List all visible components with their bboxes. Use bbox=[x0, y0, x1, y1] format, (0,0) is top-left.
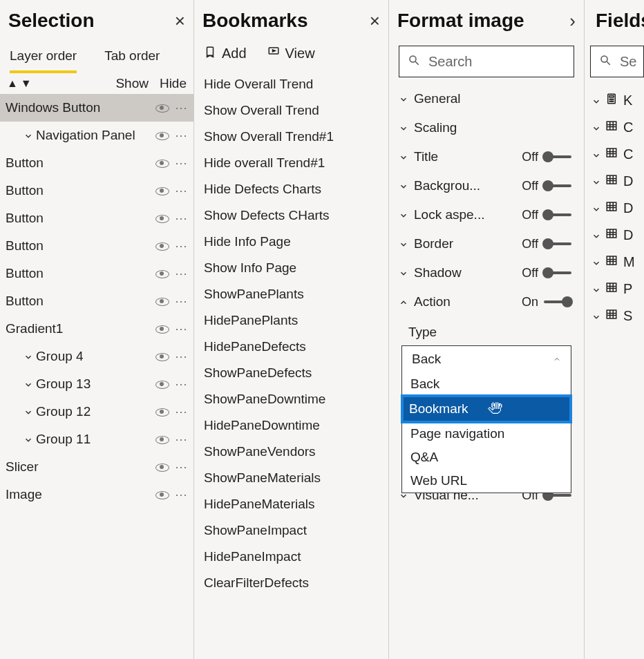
format-group[interactable]: General bbox=[389, 84, 584, 113]
visibility-icon[interactable] bbox=[155, 186, 168, 195]
view-bookmark-button[interactable]: View bbox=[267, 46, 315, 61]
layer-item[interactable]: Image⋯ bbox=[0, 481, 193, 508]
more-options-icon[interactable]: ⋯ bbox=[175, 183, 188, 198]
move-down-icon[interactable]: ▼ bbox=[21, 77, 32, 90]
bookmark-item[interactable]: ShowPaneDowntime bbox=[194, 386, 388, 412]
bookmark-item[interactable]: HidePaneImpact bbox=[194, 544, 388, 570]
show-all-button[interactable]: Show bbox=[115, 76, 149, 91]
chevron-down-icon[interactable] bbox=[23, 349, 32, 364]
visibility-icon[interactable] bbox=[155, 213, 168, 223]
more-options-icon[interactable]: ⋯ bbox=[175, 155, 188, 171]
visibility-icon[interactable] bbox=[155, 296, 168, 306]
visibility-icon[interactable] bbox=[155, 241, 168, 251]
layer-item[interactable]: Button⋯ bbox=[0, 177, 193, 204]
bookmark-item[interactable]: Hide Info Page bbox=[194, 229, 388, 255]
layer-item[interactable]: Button⋯ bbox=[0, 204, 193, 232]
toggle-switch[interactable]: Off bbox=[522, 208, 571, 222]
visibility-icon[interactable] bbox=[155, 434, 168, 444]
bookmark-item[interactable]: Hide Defects Charts bbox=[194, 176, 388, 202]
tab-layer-order[interactable]: Layer order bbox=[10, 46, 77, 73]
bookmark-item[interactable]: Hide overall Trend#1 bbox=[194, 150, 388, 176]
close-icon[interactable]: × bbox=[175, 10, 185, 32]
move-up-icon[interactable]: ▲ bbox=[7, 77, 18, 90]
action-type-select[interactable]: BackBackBookmark🖑Page navigationQ&AWeb U… bbox=[401, 345, 571, 373]
layer-item[interactable]: Group 4⋯ bbox=[0, 343, 193, 370]
more-options-icon[interactable]: ⋯ bbox=[175, 459, 188, 475]
more-options-icon[interactable]: ⋯ bbox=[175, 238, 188, 254]
layer-item[interactable]: Button⋯ bbox=[0, 149, 193, 177]
more-options-icon[interactable]: ⋯ bbox=[175, 211, 188, 226]
dropdown-option[interactable]: Page navigation bbox=[402, 422, 571, 446]
visibility-icon[interactable] bbox=[155, 352, 168, 361]
field-row[interactable]: D bbox=[585, 195, 644, 222]
format-group[interactable]: Backgrou...Off bbox=[389, 171, 584, 200]
layer-item[interactable]: Group 13⋯ bbox=[0, 370, 193, 398]
chevron-right-icon[interactable]: › bbox=[569, 10, 576, 32]
toggle-switch[interactable]: Off bbox=[522, 179, 571, 193]
visibility-icon[interactable] bbox=[155, 490, 168, 499]
field-row[interactable]: D bbox=[585, 168, 644, 195]
more-options-icon[interactable]: ⋯ bbox=[175, 294, 188, 309]
visibility-icon[interactable] bbox=[155, 131, 168, 140]
bookmark-item[interactable]: ShowPaneDefects bbox=[194, 360, 388, 386]
format-group[interactable]: BorderOff bbox=[389, 229, 584, 258]
visibility-icon[interactable] bbox=[155, 324, 168, 334]
bookmark-item[interactable]: HidePaneDowntime bbox=[194, 412, 388, 439]
bookmark-item[interactable]: Hide Overall Trend bbox=[194, 71, 388, 97]
more-options-icon[interactable]: ⋯ bbox=[175, 100, 188, 115]
more-options-icon[interactable]: ⋯ bbox=[175, 349, 188, 364]
hide-all-button[interactable]: Hide bbox=[160, 76, 187, 91]
toggle-switch[interactable]: Off bbox=[522, 150, 571, 164]
bookmark-item[interactable]: HidePaneDefects bbox=[194, 334, 388, 360]
layer-item[interactable]: Group 11⋯ bbox=[0, 426, 193, 453]
add-bookmark-button[interactable]: Add bbox=[204, 46, 247, 61]
visibility-icon[interactable] bbox=[155, 158, 168, 168]
layer-item[interactable]: Group 12⋯ bbox=[0, 398, 193, 426]
field-row[interactable]: P bbox=[585, 276, 644, 303]
toggle-switch[interactable]: Off bbox=[522, 237, 571, 251]
layer-item[interactable]: Gradient1⋯ bbox=[0, 315, 193, 343]
bookmark-item[interactable]: HidePaneMaterials bbox=[194, 491, 388, 517]
format-search-input[interactable]: Search bbox=[399, 46, 574, 77]
more-options-icon[interactable]: ⋯ bbox=[175, 487, 188, 502]
bookmark-item[interactable]: Show Defects CHarts bbox=[194, 202, 388, 229]
chevron-down-icon[interactable] bbox=[23, 432, 32, 447]
chevron-down-icon[interactable] bbox=[23, 404, 32, 419]
more-options-icon[interactable]: ⋯ bbox=[175, 266, 188, 281]
bookmark-item[interactable]: ShowPaneImpact bbox=[194, 517, 388, 544]
visibility-icon[interactable] bbox=[155, 407, 168, 417]
dropdown-option[interactable]: Web URL bbox=[402, 469, 571, 493]
more-options-icon[interactable]: ⋯ bbox=[175, 376, 188, 392]
field-row[interactable]: C bbox=[585, 114, 644, 141]
more-options-icon[interactable]: ⋯ bbox=[175, 321, 188, 336]
bookmark-item[interactable]: ClearFilterDefects bbox=[194, 570, 388, 596]
dropdown-option[interactable]: Q&A bbox=[402, 446, 571, 469]
more-options-icon[interactable]: ⋯ bbox=[175, 128, 188, 143]
dropdown-option[interactable]: Back bbox=[402, 372, 571, 396]
bookmark-item[interactable]: HidePanePlants bbox=[194, 307, 388, 334]
format-group[interactable]: Scaling bbox=[389, 113, 584, 142]
layer-item[interactable]: Slicer⋯ bbox=[0, 453, 193, 481]
layer-item[interactable]: Button⋯ bbox=[0, 287, 193, 315]
field-row[interactable]: D bbox=[585, 222, 644, 249]
visibility-icon[interactable] bbox=[155, 103, 168, 113]
format-group[interactable]: TitleOff bbox=[389, 142, 584, 171]
field-row[interactable]: S bbox=[585, 303, 644, 330]
chevron-down-icon[interactable] bbox=[23, 128, 32, 143]
bookmark-item[interactable]: ShowPaneMaterials bbox=[194, 465, 388, 491]
toggle-switch[interactable]: Off bbox=[522, 266, 571, 280]
visibility-icon[interactable] bbox=[155, 379, 168, 389]
format-group[interactable]: ActionOn bbox=[389, 287, 584, 316]
tab-tab-order[interactable]: Tab order bbox=[104, 46, 160, 73]
field-row[interactable]: C bbox=[585, 141, 644, 168]
format-group[interactable]: Lock aspe...Off bbox=[389, 200, 584, 229]
close-icon[interactable]: × bbox=[370, 10, 380, 32]
toggle-switch[interactable]: On bbox=[522, 295, 571, 309]
dropdown-option[interactable]: Bookmark🖑 bbox=[401, 394, 572, 423]
bookmark-item[interactable]: Show Overall Trend#1 bbox=[194, 124, 388, 150]
layer-item[interactable]: Button⋯ bbox=[0, 232, 193, 260]
bookmark-item[interactable]: ShowPaneVendors bbox=[194, 439, 388, 465]
format-group[interactable]: ShadowOff bbox=[389, 258, 584, 287]
fields-search-input[interactable]: Se bbox=[590, 46, 644, 77]
layer-item[interactable]: Windows Button⋯ bbox=[0, 94, 193, 122]
